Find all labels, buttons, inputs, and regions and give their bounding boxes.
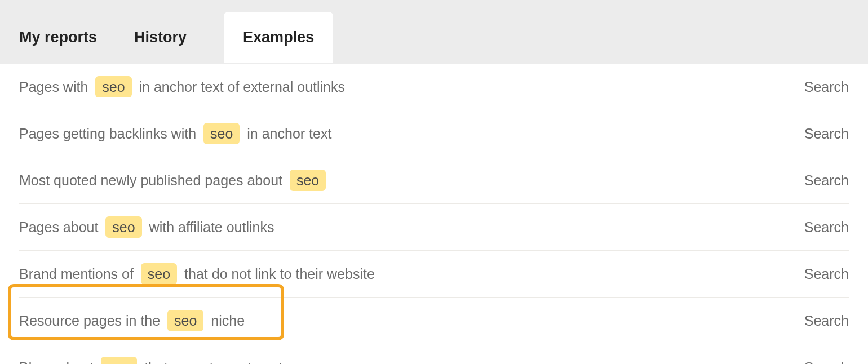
keyword-tag: seo: [95, 76, 131, 97]
text-segment: in anchor text of external outlinks: [135, 79, 345, 95]
text-segment: Pages with: [19, 79, 92, 95]
text-segment: that do not link to their website: [180, 266, 375, 282]
text-segment: Most quoted newly published pages about: [19, 172, 286, 189]
keyword-tag: seo: [101, 357, 137, 364]
example-description: Resource pages in the seo niche: [19, 310, 245, 331]
example-row[interactable]: Blogs about seo that accept guest posts …: [19, 344, 849, 364]
text-segment: Pages about: [19, 219, 102, 236]
example-description: Blogs about seo that accept guest posts: [19, 357, 289, 364]
text-segment: Resource pages in the: [19, 313, 164, 329]
example-row[interactable]: Most quoted newly published pages about …: [19, 157, 849, 204]
example-description: Pages about seo with affiliate outlinks: [19, 216, 274, 238]
tab-bar: My reports History Examples: [0, 0, 868, 64]
example-row[interactable]: Brand mentions of seo that do not link t…: [19, 251, 849, 298]
text-segment: Pages getting backlinks with: [19, 126, 200, 142]
example-description: Brand mentions of seo that do not link t…: [19, 263, 375, 285]
search-link[interactable]: Search: [804, 172, 849, 189]
example-description: Most quoted newly published pages about …: [19, 170, 329, 191]
keyword-tag: seo: [167, 310, 203, 331]
text-segment: Blogs about: [19, 359, 98, 365]
example-row[interactable]: Pages about seo with affiliate outlinks …: [19, 204, 849, 251]
search-link[interactable]: Search: [804, 79, 849, 95]
text-segment: niche: [207, 313, 245, 329]
tab-my-reports[interactable]: My reports: [19, 12, 115, 63]
search-link[interactable]: Search: [804, 126, 849, 142]
tab-history[interactable]: History: [134, 12, 205, 63]
keyword-tag: seo: [290, 170, 326, 191]
example-description: Pages with seo in anchor text of externa…: [19, 76, 345, 97]
keyword-tag: seo: [105, 216, 141, 238]
keyword-tag: seo: [141, 263, 177, 285]
text-segment: that accept guest posts: [140, 359, 289, 365]
example-description: Pages getting backlinks with seo in anch…: [19, 123, 331, 144]
keyword-tag: seo: [203, 123, 240, 144]
example-row[interactable]: Resource pages in the seo niche Search: [19, 298, 849, 344]
text-segment: in anchor text: [243, 126, 331, 142]
text-segment: with affiliate outlinks: [145, 219, 274, 236]
example-row[interactable]: Pages getting backlinks with seo in anch…: [19, 110, 849, 157]
search-link[interactable]: Search: [804, 359, 849, 365]
example-row[interactable]: Pages with seo in anchor text of externa…: [19, 64, 849, 110]
text-segment: Brand mentions of: [19, 266, 138, 282]
examples-list: Pages with seo in anchor text of externa…: [0, 64, 868, 364]
search-link[interactable]: Search: [804, 266, 849, 282]
search-link[interactable]: Search: [804, 219, 849, 236]
tab-examples[interactable]: Examples: [224, 12, 333, 63]
search-link[interactable]: Search: [804, 313, 849, 329]
